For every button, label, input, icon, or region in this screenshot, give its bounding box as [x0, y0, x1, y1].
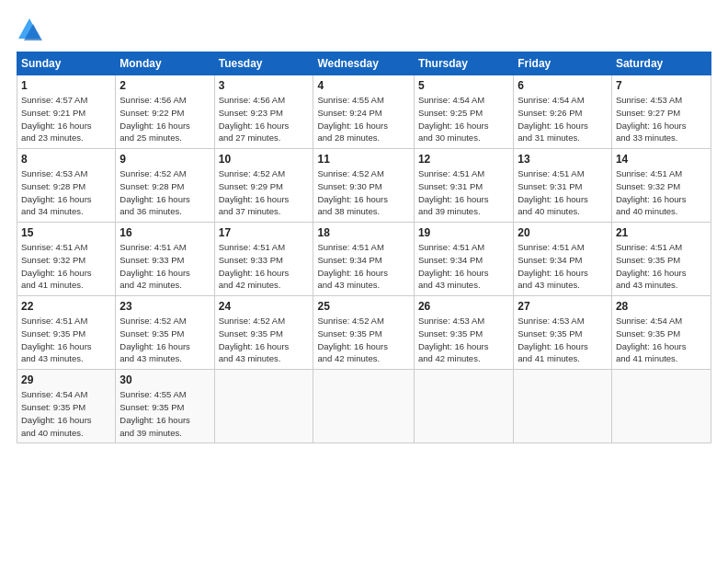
week-row-4: 29Sunrise: 4:54 AM Sunset: 9:35 PM Dayli… [17, 370, 711, 443]
day-number: 8 [21, 153, 111, 166]
day-cell [514, 370, 612, 443]
week-row-3: 22Sunrise: 4:51 AM Sunset: 9:35 PM Dayli… [17, 296, 711, 370]
day-info: Sunrise: 4:52 AM Sunset: 9:28 PM Dayligh… [119, 167, 210, 218]
day-cell: 11Sunrise: 4:52 AM Sunset: 9:30 PM Dayli… [313, 149, 414, 223]
day-number: 24 [219, 300, 310, 313]
day-number: 18 [317, 226, 409, 239]
day-cell: 28Sunrise: 4:54 AM Sunset: 9:35 PM Dayli… [611, 296, 711, 370]
day-info: Sunrise: 4:52 AM Sunset: 9:35 PM Dayligh… [317, 315, 409, 365]
day-cell: 15Sunrise: 4:51 AM Sunset: 9:32 PM Dayli… [17, 223, 116, 296]
day-cell: 7Sunrise: 4:53 AM Sunset: 9:27 PM Daylig… [611, 75, 711, 149]
day-number: 2 [119, 79, 210, 92]
day-number: 5 [418, 79, 509, 92]
logo-icon [17, 17, 42, 42]
day-info: Sunrise: 4:54 AM Sunset: 9:25 PM Dayligh… [418, 94, 509, 144]
day-info: Sunrise: 4:51 AM Sunset: 9:34 PM Dayligh… [418, 241, 509, 292]
calendar-body: 1Sunrise: 4:57 AM Sunset: 9:21 PM Daylig… [17, 75, 711, 443]
day-cell: 16Sunrise: 4:51 AM Sunset: 9:33 PM Dayli… [116, 223, 214, 296]
day-number: 14 [616, 153, 707, 166]
day-cell: 6Sunrise: 4:54 AM Sunset: 9:26 PM Daylig… [514, 75, 612, 149]
weekday-tuesday: Tuesday [214, 52, 313, 75]
day-number: 7 [616, 79, 707, 92]
day-number: 9 [119, 153, 210, 166]
day-number: 29 [21, 373, 111, 386]
weekday-wednesday: Wednesday [313, 52, 414, 75]
day-info: Sunrise: 4:54 AM Sunset: 9:35 PM Dayligh… [616, 315, 707, 365]
day-number: 15 [21, 226, 111, 239]
day-cell: 17Sunrise: 4:51 AM Sunset: 9:33 PM Dayli… [214, 223, 313, 296]
day-info: Sunrise: 4:53 AM Sunset: 9:35 PM Dayligh… [418, 315, 509, 365]
day-info: Sunrise: 4:51 AM Sunset: 9:32 PM Dayligh… [616, 167, 707, 218]
day-cell: 1Sunrise: 4:57 AM Sunset: 9:21 PM Daylig… [17, 75, 116, 149]
day-number: 17 [219, 226, 310, 239]
day-info: Sunrise: 4:55 AM Sunset: 9:35 PM Dayligh… [119, 388, 210, 439]
day-cell: 5Sunrise: 4:54 AM Sunset: 9:25 PM Daylig… [414, 75, 513, 149]
day-info: Sunrise: 4:53 AM Sunset: 9:27 PM Dayligh… [616, 94, 707, 144]
day-cell [214, 370, 313, 443]
day-number: 26 [418, 300, 509, 313]
day-info: Sunrise: 4:51 AM Sunset: 9:33 PM Dayligh… [219, 241, 310, 292]
day-cell: 25Sunrise: 4:52 AM Sunset: 9:35 PM Dayli… [313, 296, 414, 370]
day-info: Sunrise: 4:51 AM Sunset: 9:34 PM Dayligh… [518, 241, 608, 292]
day-info: Sunrise: 4:54 AM Sunset: 9:35 PM Dayligh… [21, 388, 111, 439]
day-cell: 14Sunrise: 4:51 AM Sunset: 9:32 PM Dayli… [611, 149, 711, 223]
day-info: Sunrise: 4:51 AM Sunset: 9:31 PM Dayligh… [418, 167, 509, 218]
day-number: 27 [518, 300, 608, 313]
day-cell: 24Sunrise: 4:52 AM Sunset: 9:35 PM Dayli… [214, 296, 313, 370]
logo [17, 17, 46, 42]
day-cell: 4Sunrise: 4:55 AM Sunset: 9:24 PM Daylig… [313, 75, 414, 149]
weekday-thursday: Thursday [414, 52, 513, 75]
day-number: 28 [616, 300, 707, 313]
day-number: 21 [616, 226, 707, 239]
day-number: 13 [518, 153, 608, 166]
header [17, 17, 711, 42]
day-info: Sunrise: 4:52 AM Sunset: 9:30 PM Dayligh… [317, 167, 409, 218]
page: SundayMondayTuesdayWednesdayThursdayFrid… [0, 0, 728, 563]
day-cell: 2Sunrise: 4:56 AM Sunset: 9:22 PM Daylig… [116, 75, 214, 149]
day-info: Sunrise: 4:54 AM Sunset: 9:26 PM Dayligh… [518, 94, 608, 144]
day-info: Sunrise: 4:57 AM Sunset: 9:21 PM Dayligh… [21, 94, 111, 144]
day-number: 11 [317, 153, 409, 166]
day-number: 19 [418, 226, 509, 239]
day-info: Sunrise: 4:51 AM Sunset: 9:34 PM Dayligh… [317, 241, 409, 292]
day-info: Sunrise: 4:56 AM Sunset: 9:23 PM Dayligh… [219, 94, 310, 144]
weekday-friday: Friday [514, 52, 612, 75]
day-info: Sunrise: 4:52 AM Sunset: 9:35 PM Dayligh… [219, 315, 310, 365]
day-cell: 9Sunrise: 4:52 AM Sunset: 9:28 PM Daylig… [116, 149, 214, 223]
weekday-saturday: Saturday [611, 52, 711, 75]
calendar-header: SundayMondayTuesdayWednesdayThursdayFrid… [17, 52, 711, 75]
day-number: 10 [219, 153, 310, 166]
day-cell: 19Sunrise: 4:51 AM Sunset: 9:34 PM Dayli… [414, 223, 513, 296]
day-info: Sunrise: 4:51 AM Sunset: 9:35 PM Dayligh… [21, 315, 111, 365]
day-number: 22 [21, 300, 111, 313]
day-info: Sunrise: 4:51 AM Sunset: 9:31 PM Dayligh… [518, 167, 608, 218]
day-cell: 30Sunrise: 4:55 AM Sunset: 9:35 PM Dayli… [116, 370, 214, 443]
day-info: Sunrise: 4:52 AM Sunset: 9:29 PM Dayligh… [219, 167, 310, 218]
day-info: Sunrise: 4:51 AM Sunset: 9:33 PM Dayligh… [119, 241, 210, 292]
day-number: 23 [119, 300, 210, 313]
day-cell: 13Sunrise: 4:51 AM Sunset: 9:31 PM Dayli… [514, 149, 612, 223]
day-info: Sunrise: 4:52 AM Sunset: 9:35 PM Dayligh… [119, 315, 210, 365]
day-number: 12 [418, 153, 509, 166]
week-row-1: 8Sunrise: 4:53 AM Sunset: 9:28 PM Daylig… [17, 149, 711, 223]
weekday-monday: Monday [116, 52, 214, 75]
day-number: 1 [21, 79, 111, 92]
weekday-row: SundayMondayTuesdayWednesdayThursdayFrid… [17, 52, 711, 75]
day-info: Sunrise: 4:53 AM Sunset: 9:28 PM Dayligh… [21, 167, 111, 218]
day-info: Sunrise: 4:51 AM Sunset: 9:35 PM Dayligh… [616, 241, 707, 292]
day-number: 4 [317, 79, 409, 92]
day-cell: 29Sunrise: 4:54 AM Sunset: 9:35 PM Dayli… [17, 370, 116, 443]
day-cell: 18Sunrise: 4:51 AM Sunset: 9:34 PM Dayli… [313, 223, 414, 296]
day-number: 6 [518, 79, 608, 92]
day-cell [611, 370, 711, 443]
day-cell [313, 370, 414, 443]
day-info: Sunrise: 4:56 AM Sunset: 9:22 PM Dayligh… [119, 94, 210, 144]
day-info: Sunrise: 4:53 AM Sunset: 9:35 PM Dayligh… [518, 315, 608, 365]
day-number: 25 [317, 300, 409, 313]
day-cell: 27Sunrise: 4:53 AM Sunset: 9:35 PM Dayli… [514, 296, 612, 370]
day-cell: 3Sunrise: 4:56 AM Sunset: 9:23 PM Daylig… [214, 75, 313, 149]
day-cell: 12Sunrise: 4:51 AM Sunset: 9:31 PM Dayli… [414, 149, 513, 223]
weekday-sunday: Sunday [17, 52, 116, 75]
day-info: Sunrise: 4:55 AM Sunset: 9:24 PM Dayligh… [317, 94, 409, 144]
day-cell: 22Sunrise: 4:51 AM Sunset: 9:35 PM Dayli… [17, 296, 116, 370]
